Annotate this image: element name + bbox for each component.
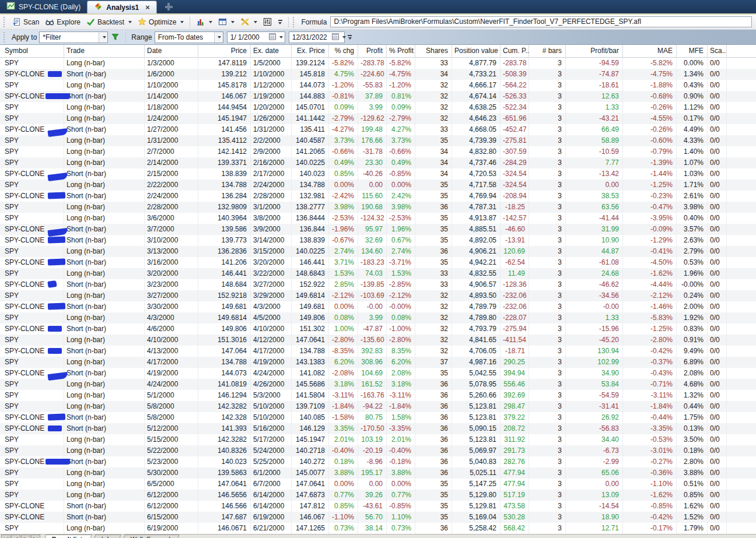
table-row[interactable]: SPY-CLONEShort (n-bar)1/6/2000139.2121/1… <box>0 69 756 80</box>
apply-to-select[interactable]: *Filter <box>39 31 108 43</box>
table-row[interactable]: SPY-CLONEShort (n-bar)4/13/2000147.0644/… <box>0 346 756 357</box>
column-header-ex-price[interactable]: Ex. Price <box>292 45 329 58</box>
column-header-symbol[interactable]: Symbol <box>0 45 64 58</box>
column-header-ex-date[interactable]: Ex. date <box>251 45 292 58</box>
table-row[interactable]: SPYLong (n-bar)6/5/2000147.06416/7/20001… <box>0 479 756 490</box>
table-row[interactable]: SPYLong (n-bar)2/28/2000132.98093/1/2000… <box>0 202 756 213</box>
cell-date: 1/31/2000 <box>145 135 198 146</box>
table-row[interactable]: SPY-CLONEShort (n-bar)2/24/2000136.2842/… <box>0 191 756 202</box>
tab-walk-forward[interactable]: Walk-Forward <box>121 535 179 538</box>
table-row[interactable]: SPYLong (n-bar)4/24/2000141.08194/26/200… <box>0 379 756 390</box>
first-page-button[interactable]: |◀ <box>1 535 10 538</box>
prev-page-button[interactable]: ◀ <box>11 535 20 538</box>
cell-mfe: 0.40% <box>677 213 708 224</box>
column-header-shares[interactable]: Shares <box>415 45 452 58</box>
tab-result-list[interactable]: Result list <box>43 535 92 538</box>
tab-info[interactable]: Info <box>92 535 121 538</box>
column-header-mfe[interactable]: MFE <box>677 45 708 58</box>
table-row[interactable]: SPY-CLONEShort (n-bar)3/10/2000139.7733/… <box>0 235 756 246</box>
table-row[interactable]: SPY-CLONEShort (n-bar)1/27/2000141.4561/… <box>0 124 756 135</box>
cell-ex-date: 4/19/2000 <box>251 357 292 368</box>
backtest-label: Backtest <box>97 18 124 26</box>
cell-profit: -40.26 <box>358 168 387 180</box>
column-header-pct-chg[interactable]: % chg <box>329 45 358 58</box>
table-row[interactable]: SPYLong (n-bar)5/8/2000142.32825/10/2000… <box>0 401 756 412</box>
formula-path-field[interactable]: D:\Program Files\AmiBroker\Formulas\Cust… <box>330 16 752 27</box>
table-row[interactable]: SPY-CLONEShort (n-bar)6/12/2000146.5666/… <box>0 501 756 512</box>
range-select[interactable]: From-To dates <box>155 31 223 43</box>
column-header-bars[interactable]: # bars <box>529 45 566 58</box>
table-row[interactable]: SPYLong (n-bar)1/10/2000145.81781/12/200… <box>0 80 756 91</box>
table-row[interactable]: SPYLong (n-bar)6/12/2000146.56566/14/200… <box>0 490 756 501</box>
new-tab-icon[interactable] <box>165 3 173 10</box>
toolbar-grip[interactable] <box>293 17 296 27</box>
table-row[interactable]: SPY-CLONEShort (n-bar)3/30/2000149.6814/… <box>0 301 756 312</box>
table-row[interactable]: SPY-CLONEShort (n-bar)4/19/2000144.0734/… <box>0 368 756 379</box>
table-row[interactable]: SPYLong (n-bar)5/30/2000139.58636/1/2000… <box>0 467 756 479</box>
table-row[interactable]: SPYLong (n-bar)1/3/2000147.81191/5/20001… <box>0 58 756 69</box>
table-row[interactable]: SPYLong (n-bar)3/27/2000152.92183/29/200… <box>0 290 756 301</box>
table-row[interactable]: SPYLong (n-bar)1/18/2000144.94541/20/200… <box>0 102 756 113</box>
column-header-trade[interactable]: Trade <box>64 45 145 58</box>
column-header-profit-per-bar[interactable]: Profit/bar <box>566 45 623 58</box>
table-row[interactable]: SPYLong (n-bar)5/22/2000140.83265/24/200… <box>0 445 756 456</box>
table-row[interactable]: SPY-CLONEShort (n-bar)6/15/2000147.6876/… <box>0 512 756 523</box>
table-row[interactable]: SPYLong (n-bar)6/19/2000146.06716/21/200… <box>0 523 756 534</box>
next-page-button[interactable]: ▶ <box>21 535 30 538</box>
table-row[interactable]: SPY-CLONEShort (n-bar)5/8/2000142.3285/1… <box>0 412 756 423</box>
table-row[interactable]: SPYLong (n-bar)3/13/2000136.28363/15/200… <box>0 246 756 257</box>
cell-mae: -1.88% <box>623 80 677 91</box>
column-header-price[interactable]: Price <box>198 45 251 58</box>
table-row[interactable]: SPYLong (n-bar)4/17/2000134.7884/19/2000… <box>0 357 756 368</box>
tools-button[interactable] <box>237 16 260 27</box>
view-columns-button[interactable] <box>215 16 237 27</box>
column-header-scale[interactable]: Sca... <box>708 45 727 58</box>
table-row[interactable]: SPY-CLONEShort (n-bar)1/14/2000146.0671/… <box>0 91 756 102</box>
date-from-field[interactable]: 1/ 1/2000 <box>227 31 285 43</box>
table-row[interactable]: SPY-CLONEShort (n-bar)3/16/2000141.2063/… <box>0 257 756 268</box>
settings-button[interactable] <box>260 16 275 27</box>
last-page-button[interactable]: ▶| <box>31 535 40 538</box>
dropdown-button[interactable] <box>214 32 223 43</box>
table-row[interactable]: SPY-CLONEShort (n-bar)5/12/2000141.3935/… <box>0 423 756 434</box>
column-header-profit[interactable]: Profit <box>358 45 387 58</box>
table-row[interactable]: SPY-CLONEShort (n-bar)2/15/2000138.8392/… <box>0 168 756 180</box>
table-row[interactable]: SPY-CLONEShort (n-bar)3/23/2000148.6843/… <box>0 279 756 290</box>
date-to-field[interactable]: 12/31/2022 <box>289 31 345 43</box>
tab-spy-clone-daily[interactable]: SPY-CLONE (Daily) <box>0 0 87 13</box>
tab-analysis1[interactable]: Analysis1 × <box>87 1 157 13</box>
table-row[interactable]: SPYLong (n-bar)1/24/2000145.19471/26/200… <box>0 113 756 124</box>
table-row[interactable]: SPY-CLONEShort (n-bar)3/7/2000139.5863/9… <box>0 224 756 235</box>
table-row[interactable]: SPYLong (n-bar)4/10/2000151.30164/12/200… <box>0 335 756 346</box>
scan-button[interactable]: Scan <box>9 16 42 27</box>
backtest-button[interactable]: Backtest <box>83 16 135 27</box>
explore-button[interactable]: Explore <box>42 16 83 27</box>
column-header-cum-profit[interactable]: Cum. P... <box>501 45 529 58</box>
column-header-date[interactable]: Date <box>145 45 198 58</box>
table-row[interactable]: SPYLong (n-bar)2/14/2000139.33712/16/200… <box>0 157 756 168</box>
table-row[interactable]: SPYLong (n-bar)5/15/2000142.32825/17/200… <box>0 434 756 445</box>
optimize-button[interactable]: Optimize <box>135 16 187 27</box>
toolbar-grip[interactable] <box>4 32 7 43</box>
table-row[interactable]: SPY-CLONEShort (n-bar)4/6/2000149.8064/1… <box>0 323 756 335</box>
cell-profit-per-bar: 130.94 <box>566 346 623 357</box>
table-row[interactable]: SPYLong (n-bar)2/22/2000134.7882/24/2000… <box>0 180 756 191</box>
table-row[interactable]: SPYLong (n-bar)1/31/2000135.41122/2/2000… <box>0 135 756 146</box>
column-header-mae[interactable]: MAE <box>623 45 677 58</box>
report-chart-button[interactable] <box>193 16 215 27</box>
table-row[interactable]: SPYLong (n-bar)3/6/2000140.39643/8/20001… <box>0 213 756 224</box>
toolbar-overflow-button[interactable] <box>276 20 284 24</box>
column-header-position-value[interactable]: Position value <box>452 45 501 58</box>
close-tab-icon[interactable]: × <box>145 3 150 11</box>
table-row[interactable]: SPYLong (n-bar)5/1/2000146.12945/3/20001… <box>0 390 756 401</box>
toolbar-grip[interactable] <box>4 17 7 27</box>
table-row[interactable]: SPYLong (n-bar)2/7/2000142.14122/9/20001… <box>0 146 756 157</box>
column-header-pct-profit[interactable]: % Profit <box>387 45 415 58</box>
table-row[interactable]: SPYLong (n-bar)4/3/2000149.68144/5/20001… <box>0 312 756 323</box>
table-row[interactable]: SPYLong (n-bar)3/20/2000146.4413/22/2000… <box>0 268 756 279</box>
cell-price: 139.3371 <box>198 157 251 168</box>
filter-settings-button[interactable] <box>108 31 123 43</box>
dropdown-button[interactable] <box>99 32 107 43</box>
toolbar-overflow-button[interactable] <box>346 35 354 40</box>
table-row[interactable]: SPY-CLONEShort (n-bar)5/23/2000140.0235/… <box>0 456 756 467</box>
